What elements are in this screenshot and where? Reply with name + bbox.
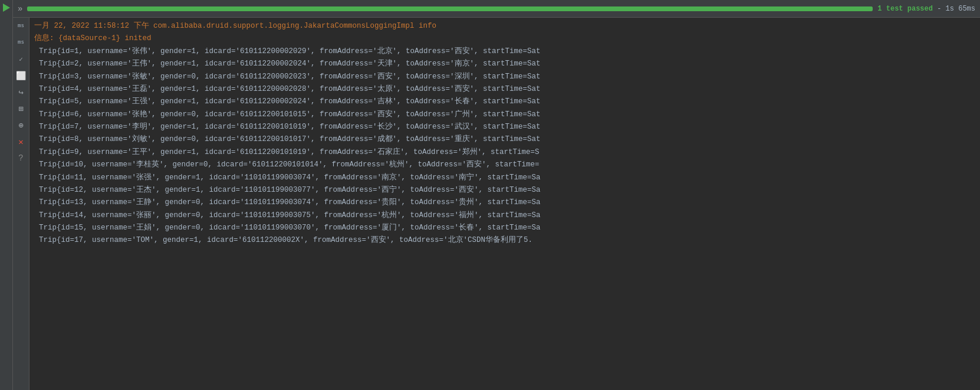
log-row-14: Trip{id=14, username='张丽', gender=0, idc… xyxy=(29,209,980,222)
pin-icon[interactable]: ⊕ xyxy=(15,119,27,131)
content-wrapper: ms ms ✓ ⬜ ↪ ⊞ ⊕ ✕ ? 一月 22, 2022 11:58:12… xyxy=(13,18,980,390)
log-header-line2: 信息: {dataSource-1} inited xyxy=(29,32,980,45)
log-row-17: Trip{id=17, username='TOM', gender=1, id… xyxy=(29,234,980,247)
ms2-icon[interactable]: ms xyxy=(15,37,27,48)
ms-icon[interactable]: ms xyxy=(15,20,27,32)
log-row-10: Trip{id=10, username='李桂英', gender=0, id… xyxy=(29,159,980,171)
log-row-4: Trip{id=4, username='王磊', gender=1, idca… xyxy=(29,83,980,96)
double-arrow-icon: » xyxy=(18,4,22,14)
log-row-5: Trip{id=5, username='王强', gender=1, idca… xyxy=(29,96,980,108)
test-passed-label: 1 test passed xyxy=(877,5,933,13)
progress-fill xyxy=(27,6,873,11)
log-row-13: Trip{id=13, username='王静', gender=0, idc… xyxy=(29,196,980,209)
close-icon[interactable]: ✕ xyxy=(15,136,27,148)
test-time-label: - 1s 65ms xyxy=(937,5,975,13)
checkmark-icon[interactable]: ✓ xyxy=(15,53,27,65)
run-button[interactable] xyxy=(1,2,12,13)
log-row-3: Trip{id=3, username='张敏', gender=0, idca… xyxy=(29,71,980,83)
log-row-15: Trip{id=15, username='王娟', gender=0, idc… xyxy=(29,222,980,234)
test-result: 1 test passed - 1s 65ms xyxy=(877,5,975,13)
log-row-11: Trip{id=11, username='张强', gender=1, idc… xyxy=(29,172,980,184)
progress-bar xyxy=(27,6,873,11)
log-row-1: Trip{id=1, username='张伟', gender=1, idca… xyxy=(29,45,980,58)
log-row-12: Trip{id=12, username='王杰', gender=1, idc… xyxy=(29,184,980,196)
log-row-6: Trip{id=6, username='张艳', gender=0, idca… xyxy=(29,109,980,121)
log-header-line1: 一月 22, 2022 11:58:12 下午 com.alibaba.drui… xyxy=(29,20,980,32)
log-row-9: Trip{id=9, username='王平', gender=1, idca… xyxy=(29,146,980,159)
grid-icon[interactable]: ⊞ xyxy=(15,103,27,114)
arrow-right-icon[interactable]: ↪ xyxy=(15,86,27,98)
main-area: » 1 test passed - 1s 65ms ms ms ✓ ⬜ ↪ ⊞ … xyxy=(13,0,980,390)
question-icon[interactable]: ? xyxy=(15,152,27,164)
log-output: 一月 22, 2022 11:58:12 下午 com.alibaba.drui… xyxy=(29,18,980,390)
top-bar: » 1 test passed - 1s 65ms xyxy=(13,0,980,18)
photo-icon[interactable]: ⬜ xyxy=(15,70,27,81)
log-row-2: Trip{id=2, username='王伟', gender=1, idca… xyxy=(29,58,980,70)
log-row-8: Trip{id=8, username='刘敏', gender=0, idca… xyxy=(29,133,980,146)
side-icons: ms ms ✓ ⬜ ↪ ⊞ ⊕ ✕ ? xyxy=(13,18,29,390)
log-row-7: Trip{id=7, username='李明', gender=1, idca… xyxy=(29,121,980,133)
left-toolbar xyxy=(0,0,13,390)
